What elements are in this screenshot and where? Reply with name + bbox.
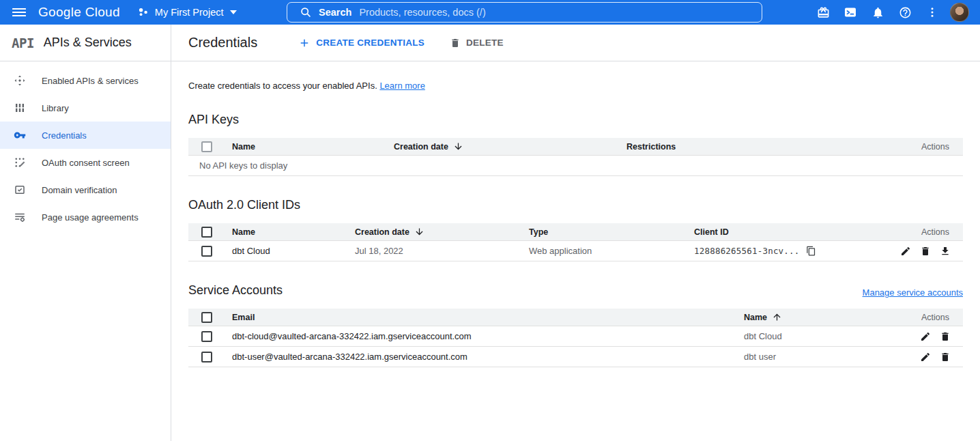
api-product-logo: API	[12, 35, 34, 51]
project-name: My First Project	[155, 7, 224, 18]
sidebar-item-credentials[interactable]: Credentials	[0, 122, 171, 149]
sidebar-product-title: APIs & Services	[44, 35, 132, 50]
sidebar-item-label: Domain verification	[42, 185, 117, 195]
api-keys-heading: API Keys	[188, 113, 963, 127]
service-account-email: dbt-user@vaulted-arcana-332422.iam.gserv…	[232, 352, 744, 362]
chevron-down-icon	[230, 10, 237, 14]
column-header-restrictions: Restrictions	[626, 142, 888, 152]
sidebar-item-label: Page usage agreements	[42, 212, 139, 223]
empty-message: No API keys to display	[188, 160, 963, 171]
column-header-creation-date[interactable]: Creation date	[355, 227, 529, 237]
main: Credentials CREATE CREDENTIALS DELETE Cr…	[171, 25, 980, 441]
api-keys-empty-row: No API keys to display	[188, 156, 963, 176]
learn-more-link[interactable]: Learn more	[379, 81, 424, 91]
notifications-button[interactable]	[864, 0, 891, 25]
delete-icon[interactable]	[920, 246, 931, 257]
row-checkbox[interactable]	[201, 331, 212, 342]
page-title: Credentials	[188, 35, 257, 51]
menu-button[interactable]	[0, 5, 38, 19]
service-account-name: dbt Cloud	[744, 331, 900, 341]
client-type: Web application	[529, 246, 694, 256]
oauth-table-header: Name Creation date Type Client ID Action…	[188, 223, 963, 241]
select-all-checkbox[interactable]	[201, 141, 212, 152]
sidebar-item-oauth-consent[interactable]: OAuth consent screen	[0, 149, 171, 176]
sidebar-item-library[interactable]: Library	[0, 94, 171, 122]
library-icon	[14, 102, 26, 114]
oauth-clients-table: Name Creation date Type Client ID Action…	[188, 223, 963, 261]
edit-icon[interactable]	[900, 246, 911, 257]
row-checkbox[interactable]	[201, 352, 212, 362]
bell-icon	[871, 6, 884, 19]
cloud-shell-icon	[844, 5, 857, 19]
copy-icon[interactable]	[806, 246, 816, 256]
free-trial-gift-button[interactable]	[809, 0, 837, 25]
create-credentials-button[interactable]: CREATE CREDENTIALS	[298, 37, 424, 49]
delete-icon[interactable]	[940, 331, 951, 342]
select-all-checkbox[interactable]	[201, 227, 212, 238]
sidebar-item-label: OAuth consent screen	[42, 158, 130, 168]
sidebar-item-domain-verification[interactable]: Domain verification	[0, 176, 171, 203]
sidebar-item-page-usage-agreements[interactable]: Page usage agreements	[0, 203, 171, 231]
more-vert-icon	[926, 6, 938, 18]
column-header-client-id: Client ID	[694, 227, 888, 237]
row-checkbox-cell	[188, 246, 232, 257]
sort-asc-icon	[772, 312, 782, 322]
gift-icon	[817, 6, 830, 19]
topbar: Google Cloud My First Project Search Pro…	[0, 0, 980, 25]
project-selector[interactable]: My First Project	[138, 7, 237, 18]
column-header-actions: Actions	[888, 142, 963, 152]
service-accounts-heading-row: Service Accounts Manage service accounts	[188, 283, 963, 298]
column-header-actions: Actions	[888, 227, 963, 237]
column-header-creation-date[interactable]: Creation date	[394, 141, 626, 152]
sidebar-nav: Enabled APIs & services Library Credenti…	[0, 61, 171, 231]
sidebar: API APIs & Services Enabled APIs & servi…	[0, 25, 171, 441]
sidebar-item-label: Library	[42, 103, 69, 113]
intro-text: Create credentials to access your enable…	[188, 81, 963, 91]
topbar-actions	[809, 0, 980, 25]
search-placeholder: Products, resources, docs (/)	[359, 7, 485, 18]
header-checkbox-cell	[188, 227, 232, 238]
search-input[interactable]: Search Products, resources, docs (/)	[287, 2, 762, 23]
page-usage-agreements-icon	[14, 211, 26, 223]
google-cloud-logo[interactable]: Google Cloud	[38, 5, 120, 20]
plus-icon	[298, 37, 311, 49]
help-icon	[899, 6, 912, 19]
api-keys-table-header: Name Creation date Restrictions Actions	[188, 138, 963, 156]
sidebar-item-label: Enabled APIs & services	[42, 76, 139, 86]
api-keys-table: Name Creation date Restrictions Actions …	[188, 138, 963, 176]
column-header-name[interactable]: Name	[232, 227, 355, 237]
search-label: Search	[319, 7, 351, 18]
client-creation-date: Jul 18, 2022	[355, 246, 529, 256]
client-name: dbt Cloud	[232, 246, 355, 256]
manage-service-accounts-link[interactable]: Manage service accounts	[863, 287, 963, 298]
download-icon[interactable]	[940, 246, 951, 257]
select-all-checkbox[interactable]	[201, 312, 212, 323]
column-header-name[interactable]: Name	[232, 142, 394, 152]
table-row: dbt Cloud Jul 18, 2022 Web application 1…	[188, 241, 963, 261]
service-account-email: dbt-cloud@vaulted-arcana-332422.iam.gser…	[232, 331, 744, 341]
account-avatar[interactable]	[950, 3, 969, 22]
content: Create credentials to access your enable…	[171, 81, 980, 367]
oauth-clients-heading: OAuth 2.0 Client IDs	[188, 198, 963, 212]
edit-icon[interactable]	[920, 352, 931, 362]
row-checkbox-cell	[188, 352, 232, 362]
column-header-email: Email	[232, 313, 744, 322]
more-options-button[interactable]	[919, 0, 946, 25]
sort-desc-icon	[414, 227, 424, 237]
client-id-value: 128886265561-3ncv...	[694, 246, 800, 256]
edit-icon[interactable]	[920, 331, 931, 342]
sort-desc-icon	[453, 141, 463, 152]
row-checkbox[interactable]	[201, 246, 212, 257]
delete-icon[interactable]	[940, 352, 951, 362]
column-header-type: Type	[529, 227, 694, 237]
sidebar-item-enabled-apis[interactable]: Enabled APIs & services	[0, 67, 171, 94]
project-icon	[138, 7, 149, 18]
column-header-name[interactable]: Name	[744, 312, 900, 322]
page-header: Credentials CREATE CREDENTIALS DELETE	[171, 25, 980, 61]
service-accounts-heading: Service Accounts	[188, 283, 283, 298]
enabled-apis-icon	[14, 74, 26, 87]
help-button[interactable]	[891, 0, 919, 25]
service-accounts-table-header: Email Name Actions	[188, 309, 963, 326]
cloud-shell-button[interactable]	[837, 0, 864, 25]
delete-button[interactable]: DELETE	[450, 38, 504, 48]
